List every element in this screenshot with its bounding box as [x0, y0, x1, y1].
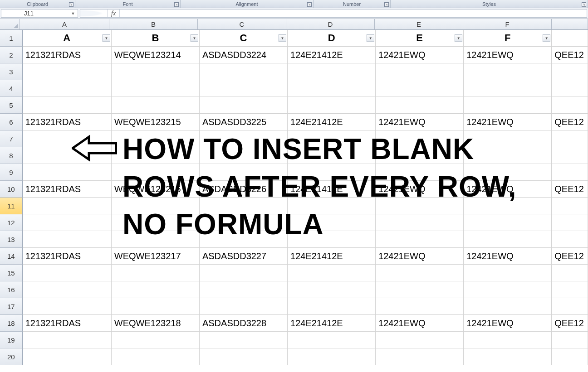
header-cell[interactable]: A▼ — [23, 30, 112, 47]
cell[interactable] — [552, 97, 588, 114]
cell[interactable] — [23, 63, 112, 80]
cell[interactable]: QEE12 — [552, 315, 588, 332]
column-header-A[interactable]: A — [20, 19, 109, 30]
cell[interactable]: WEQWE123217 — [112, 248, 200, 265]
cell[interactable] — [376, 97, 464, 114]
row-header[interactable]: 1 — [0, 30, 23, 47]
row-header[interactable]: 16 — [0, 281, 23, 298]
dialog-launcher-icon[interactable]: ↘ — [384, 2, 389, 7]
cell[interactable] — [112, 147, 200, 164]
cell[interactable]: 124E21412E — [288, 315, 376, 332]
row-header[interactable]: 2 — [0, 47, 23, 63]
cell[interactable] — [376, 332, 464, 348]
cell[interactable]: 124E21412E — [288, 181, 376, 198]
name-box[interactable]: J11 ▼ — [1, 9, 78, 18]
row-header[interactable]: 19 — [0, 332, 23, 348]
cell[interactable]: WEQWE123215 — [112, 114, 200, 130]
cell[interactable]: WEQWE123216 — [112, 181, 200, 198]
cell[interactable] — [23, 97, 112, 114]
cell[interactable] — [23, 298, 112, 315]
dialog-launcher-icon[interactable]: ↘ — [174, 2, 179, 7]
cell[interactable] — [112, 332, 200, 348]
filter-dropdown-icon[interactable]: ▼ — [279, 34, 286, 42]
cell[interactable] — [23, 164, 112, 181]
cell[interactable] — [200, 130, 288, 147]
cell[interactable] — [112, 298, 200, 315]
cell[interactable] — [200, 231, 288, 248]
header-cell[interactable]: E▼ — [376, 30, 464, 47]
cell[interactable] — [23, 231, 112, 248]
cell[interactable] — [464, 63, 552, 80]
cell[interactable] — [200, 348, 288, 365]
cell[interactable] — [112, 63, 200, 80]
cell[interactable]: 12421EWQ — [464, 248, 552, 265]
cell[interactable] — [552, 281, 588, 298]
cell[interactable] — [200, 332, 288, 348]
cell[interactable]: 121321RDAS — [23, 114, 112, 130]
cell[interactable]: ASDASDD3226 — [200, 181, 288, 198]
fx-icon[interactable]: fx — [108, 10, 120, 17]
cell[interactable] — [464, 198, 552, 214]
cell[interactable] — [464, 281, 552, 298]
row-header[interactable]: 20 — [0, 348, 23, 365]
header-cell[interactable]: C▼ — [200, 30, 288, 47]
cell[interactable]: ASDASDD3227 — [200, 248, 288, 265]
cell[interactable] — [23, 332, 112, 348]
cell[interactable]: 121321RDAS — [23, 47, 112, 63]
cell[interactable] — [464, 214, 552, 231]
row-header[interactable]: 14 — [0, 248, 23, 265]
cell[interactable] — [376, 147, 464, 164]
row-header[interactable]: 4 — [0, 80, 23, 97]
cell[interactable] — [200, 164, 288, 181]
dialog-launcher-icon[interactable]: ↘ — [307, 2, 312, 7]
cell[interactable]: 12421EWQ — [376, 47, 464, 63]
cell[interactable] — [23, 130, 112, 147]
cell[interactable]: 12421EWQ — [464, 114, 552, 130]
cell[interactable] — [376, 298, 464, 315]
cell[interactable] — [376, 348, 464, 365]
cell[interactable] — [552, 130, 588, 147]
cell[interactable] — [23, 198, 112, 214]
cell[interactable]: 12421EWQ — [376, 114, 464, 130]
cell[interactable]: QEE12 — [552, 248, 588, 265]
cell[interactable]: 124E21412E — [288, 47, 376, 63]
cell[interactable] — [288, 63, 376, 80]
row-header[interactable]: 17 — [0, 298, 23, 315]
cell[interactable] — [376, 63, 464, 80]
cell[interactable]: 121321RDAS — [23, 248, 112, 265]
filter-dropdown-icon[interactable]: ▼ — [191, 34, 198, 42]
row-header[interactable]: 7 — [0, 130, 23, 147]
cell[interactable] — [112, 214, 200, 231]
cell[interactable] — [552, 147, 588, 164]
cell[interactable]: QEE12 — [552, 114, 588, 130]
cell[interactable]: 12421EWQ — [376, 248, 464, 265]
cell[interactable] — [23, 281, 112, 298]
cell[interactable] — [376, 214, 464, 231]
cell[interactable] — [376, 164, 464, 181]
cell[interactable] — [112, 231, 200, 248]
filter-dropdown-icon[interactable]: ▼ — [367, 34, 374, 42]
cell[interactable] — [112, 80, 200, 97]
cell[interactable] — [552, 231, 588, 248]
row-header[interactable]: 9 — [0, 164, 23, 181]
row-header[interactable]: 18 — [0, 315, 23, 332]
cell[interactable] — [112, 97, 200, 114]
cell[interactable] — [376, 281, 464, 298]
cell[interactable] — [200, 80, 288, 97]
cell[interactable] — [288, 265, 376, 281]
header-cell[interactable] — [552, 30, 588, 47]
cell[interactable] — [288, 281, 376, 298]
cell[interactable] — [376, 130, 464, 147]
row-header[interactable]: 8 — [0, 147, 23, 164]
cell[interactable] — [200, 198, 288, 214]
cell[interactable] — [288, 214, 376, 231]
cell[interactable]: 121321RDAS — [23, 181, 112, 198]
cell[interactable] — [200, 147, 288, 164]
cell[interactable] — [288, 332, 376, 348]
cell[interactable] — [288, 164, 376, 181]
cell[interactable]: 12421EWQ — [376, 181, 464, 198]
column-header-D[interactable]: D — [286, 19, 375, 30]
cell[interactable] — [288, 231, 376, 248]
cell[interactable] — [464, 147, 552, 164]
cell[interactable]: 121321RDAS — [23, 315, 112, 332]
